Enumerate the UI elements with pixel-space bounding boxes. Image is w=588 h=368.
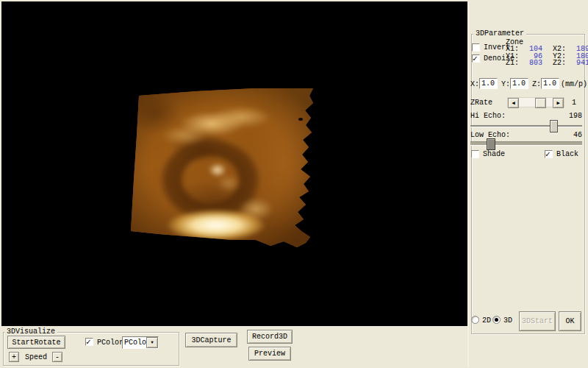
zone-z2-label: Z2: [553, 60, 569, 67]
start3d-button[interactable]: 3DStart [519, 311, 556, 331]
zone-z2-value: 941 [569, 60, 588, 67]
zone-z1-value: 803 [522, 60, 542, 67]
invert-checkbox[interactable] [472, 43, 480, 52]
pcolor-label: PColor [97, 339, 123, 347]
dropdown-arrow-icon[interactable]: ▼ [146, 337, 158, 348]
shade-label: Shade [483, 150, 505, 158]
scale-y-label: Y: [501, 80, 510, 88]
scale-x-label: X: [470, 80, 479, 88]
zone-grid: X1: 104 X2: 189 Y1: 96 Y2: 180 Z1: 803 Z… [506, 46, 588, 67]
mode-3d-label: 3D [503, 316, 512, 325]
app-window: 3DParameter Invert Denoise Zone X1: 104 … [0, 0, 588, 368]
record3d-button[interactable]: Record3D [247, 330, 293, 344]
pcolor-checkbox[interactable] [85, 338, 93, 346]
scale-x-input[interactable] [479, 78, 498, 89]
scale-z-label: Z: [532, 80, 541, 88]
scale-unit-label: (mm/p) [561, 80, 587, 88]
preview-button[interactable]: Preview [248, 347, 291, 361]
panel-divider [467, 1, 469, 367]
hi-echo-value: 198 [556, 112, 582, 120]
mode-3d-radio[interactable] [492, 316, 501, 324]
zrate-label: ZRate [470, 99, 492, 107]
zrate-value: 1 [572, 99, 576, 107]
ultrasound-dark-speck [298, 118, 303, 121]
scroll-right-icon[interactable]: ▶ [553, 98, 564, 108]
low-echo-value: 46 [556, 131, 582, 139]
speed-plus-button[interactable]: + [9, 352, 19, 362]
mode-2d-label: 2D [482, 316, 491, 325]
param-groupbox-label: 3DParameter [473, 29, 526, 38]
hi-echo-label: Hi Echo: [470, 112, 506, 120]
pcolor-dropdown[interactable]: PColor ▼ [122, 336, 159, 349]
low-echo-slider-thumb[interactable] [487, 138, 495, 150]
scale-z-input[interactable] [541, 78, 559, 89]
zrate-scrollbar-thumb[interactable] [535, 98, 546, 108]
speed-label: Speed [25, 353, 47, 361]
ultrasound-volume-render [129, 84, 316, 252]
black-label: Black [556, 150, 578, 158]
shade-checkbox[interactable] [471, 150, 479, 158]
scale-y-input[interactable] [510, 78, 528, 89]
black-checkbox[interactable] [545, 150, 553, 158]
hi-echo-slider[interactable] [470, 125, 582, 127]
mode-2d-radio[interactable] [471, 316, 479, 324]
scroll-left-icon[interactable]: ◀ [508, 98, 519, 108]
pcolor-dropdown-value: PColor [123, 339, 146, 347]
start-rotate-button[interactable]: StartRotate [7, 336, 65, 349]
ok-button[interactable]: OK [559, 311, 581, 331]
denoise-checkbox[interactable] [472, 54, 480, 63]
render-viewport[interactable] [1, 1, 467, 326]
ultrasound-feature-layer [125, 79, 320, 256]
speed-minus-button[interactable]: - [52, 352, 62, 362]
visualize-groupbox-label: 3DVisualize [4, 328, 57, 336]
zone-z1-label: Z1: [506, 60, 522, 67]
zrate-scrollbar[interactable]: ◀ ▶ [507, 97, 564, 107]
capture3d-button[interactable]: 3DCapture [185, 333, 237, 347]
